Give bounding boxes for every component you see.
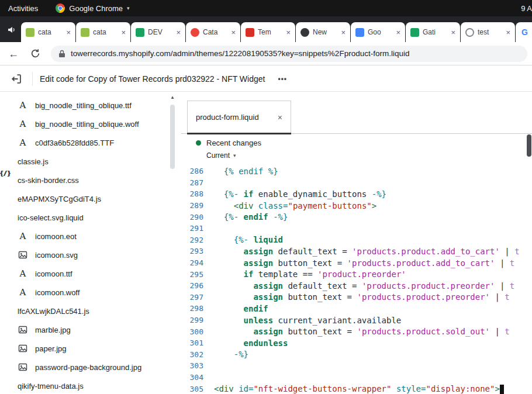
speaker-icon[interactable] — [7, 25, 16, 37]
system-clock: 9 A — [521, 0, 532, 16]
line-text: {%- if enable_dynamic_buttons -%} — [209, 189, 386, 199]
image-file-icon — [18, 250, 28, 260]
code-line[interactable]: 294 assign button_text = 'products.produ… — [181, 257, 532, 269]
image-file-icon — [18, 325, 28, 334]
line-number: 303 — [181, 361, 209, 370]
file-item[interactable]: Abig_noodle_titling_oblique.woff — [0, 115, 167, 133]
code-line[interactable]: 301 endunless — [181, 337, 532, 349]
file-item[interactable]: marble.jpg — [0, 320, 167, 339]
code-line[interactable]: 293 assign default_text = 'products.prod… — [181, 246, 532, 257]
editor-file-tab[interactable]: product-form.liquid × — [187, 101, 291, 133]
browser-tab[interactable]: test× — [461, 22, 515, 42]
tab-close-icon[interactable]: × — [341, 29, 346, 36]
back-icon[interactable]: ← — [8, 49, 19, 59]
browser-tab[interactable]: Cata× — [186, 22, 240, 42]
code-line[interactable]: 289 <div class="payment-buttons"> — [181, 200, 532, 212]
code-line[interactable]: 287 — [181, 177, 532, 189]
page-title: Edit code for Copy of Tower Records prd0… — [40, 74, 265, 84]
editor-scrollbar-thumb[interactable] — [527, 134, 531, 157]
file-item[interactable]: Abig_noodle_titling_oblique.ttf — [0, 96, 167, 115]
file-name: icomoon.ttf — [35, 269, 72, 278]
activities-button[interactable]: Activities — [0, 4, 46, 13]
font-file-icon: A — [18, 231, 28, 241]
browser-tab[interactable]: Gati× — [406, 22, 460, 42]
code-line[interactable]: 304 — [181, 372, 532, 383]
code-line[interactable]: 299 unless current_variant.available — [181, 314, 532, 326]
browser-tab[interactable]: cata× — [21, 22, 75, 42]
code-line[interactable]: 292 {%- liquid — [181, 234, 532, 246]
file-item[interactable]: Aicomoon.ttf — [0, 264, 167, 283]
code-line[interactable]: 296 assign default_text = 'products.prod… — [181, 280, 532, 292]
recent-changes-dot — [196, 140, 201, 146]
code-line[interactable]: 288 {%- if enable_dynamic_buttons -%} — [181, 188, 532, 200]
sidebar-scrollbar[interactable]: ▲ — [168, 92, 177, 394]
line-text: if template == 'product.preorder' — [209, 269, 406, 279]
file-item[interactable]: Aicomoon.eot — [0, 227, 167, 246]
file-item[interactable]: {/}qikify-tmenu-data.js — [0, 376, 167, 394]
code-line[interactable]: 300 assign button_text = 'products.produ… — [181, 326, 532, 337]
code-line[interactable]: 290 {%- endif -%} — [181, 211, 532, 223]
browser-tab[interactable]: Tem× — [241, 22, 295, 42]
tab-title: DEV — [148, 28, 172, 36]
file-item[interactable]: {/}lfcAXLwjkDALc541.js — [0, 302, 167, 320]
file-name: marble.jpg — [35, 326, 71, 334]
browser-tab[interactable]: G× — [516, 22, 532, 42]
code-line[interactable]: 305<div id="nft-widget-buttons-wrapper" … — [181, 383, 532, 394]
file-name: qikify-tmenu-data.js — [18, 382, 84, 390]
code-line[interactable]: 297 assign button_text = 'products.produ… — [181, 292, 532, 303]
exit-code-editor-button[interactable] — [11, 73, 22, 85]
file-item[interactable]: {/}cs-skin-border.css — [0, 171, 167, 189]
line-number: 298 — [181, 304, 209, 313]
code-line[interactable]: 295 if template == 'product.preorder' — [181, 268, 532, 280]
more-options-button[interactable]: ••• — [274, 74, 291, 84]
tab-close-icon[interactable]: × — [451, 29, 455, 36]
line-number: 286 — [181, 167, 209, 175]
line-number: 293 — [181, 247, 209, 255]
version-selector[interactable]: Current ▾ — [206, 151, 261, 160]
app-menu[interactable]: Google Chrome ▾ — [56, 4, 129, 13]
file-item[interactable]: icomoon.svg — [0, 246, 167, 264]
tab-title: Gati — [423, 28, 447, 36]
line-text: assign button_text = 'products.product.a… — [209, 258, 514, 268]
code-line[interactable]: 302 -%} — [181, 349, 532, 361]
tab-close-icon[interactable]: × — [231, 29, 236, 36]
tab-close-icon[interactable]: × — [66, 29, 71, 36]
code-area[interactable]: 286 {% endif %}287288 {%- if enable_dyna… — [181, 165, 532, 394]
browser-tab[interactable]: DEV× — [131, 22, 185, 42]
tab-close-icon[interactable]: × — [396, 29, 400, 36]
browser-tab[interactable]: Goo× — [351, 22, 405, 42]
code-line[interactable]: 298 endif — [181, 303, 532, 314]
file-name: big_noodle_titling_oblique.ttf — [35, 101, 132, 110]
image-file-icon — [18, 362, 28, 372]
tab-close-icon[interactable]: × — [121, 29, 126, 36]
line-number: 300 — [181, 327, 209, 336]
file-item[interactable]: {/}classie.js — [0, 152, 167, 171]
scroll-up-icon[interactable]: ▲ — [168, 92, 177, 100]
code-line[interactable]: 286 {% endif %} — [181, 165, 532, 177]
tab-close-icon[interactable]: × — [286, 29, 291, 36]
editor-tab-close-icon[interactable]: × — [278, 113, 282, 122]
tab-favicon — [136, 28, 144, 37]
line-text: endif — [209, 304, 268, 313]
code-line[interactable]: 291 — [181, 223, 532, 234]
code-line[interactable]: 303 — [181, 360, 532, 372]
file-item[interactable]: {/}ico-select.svg.liquid — [0, 208, 167, 227]
tab-close-icon[interactable]: × — [506, 29, 510, 36]
scrollbar-thumb[interactable] — [170, 105, 175, 169]
line-text: <div class="payment-buttons"> — [209, 201, 376, 210]
line-number: 291 — [181, 224, 209, 233]
file-item[interactable]: password-page-background.jpg — [0, 358, 167, 376]
caret-down-icon: ▾ — [127, 5, 130, 11]
tab-favicon — [191, 28, 199, 37]
browser-tab[interactable]: New× — [296, 22, 350, 42]
chrome-logo-icon — [56, 4, 65, 13]
browser-tab[interactable]: cata× — [76, 22, 130, 42]
file-item[interactable]: {/}eMAPMXSyTCgGdiT4.js — [0, 189, 167, 208]
address-bar[interactable]: towerrecords.myshopify.com/admin/themes/… — [51, 46, 527, 62]
system-bar: Activities Google Chrome ▾ 9 A — [0, 0, 532, 16]
file-item[interactable]: Aicomoon.woff — [0, 283, 167, 302]
tab-close-icon[interactable]: × — [176, 29, 181, 36]
reload-icon[interactable] — [30, 49, 40, 58]
file-item[interactable]: paper.jpg — [0, 339, 167, 358]
file-item[interactable]: Ac0df3a6b528fdd85.TTF — [0, 133, 167, 152]
